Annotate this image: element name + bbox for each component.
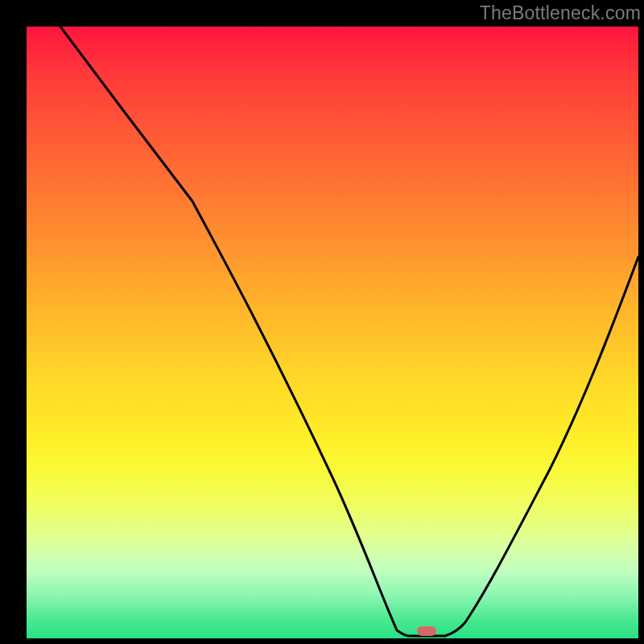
bottleneck-curve bbox=[27, 27, 638, 638]
bottleneck-marker bbox=[417, 626, 436, 636]
chart-frame: TheBottleneck.com bbox=[0, 0, 644, 644]
curve-path bbox=[60, 27, 638, 636]
watermark-text: TheBottleneck.com bbox=[480, 2, 641, 24]
plot-area bbox=[27, 27, 638, 638]
